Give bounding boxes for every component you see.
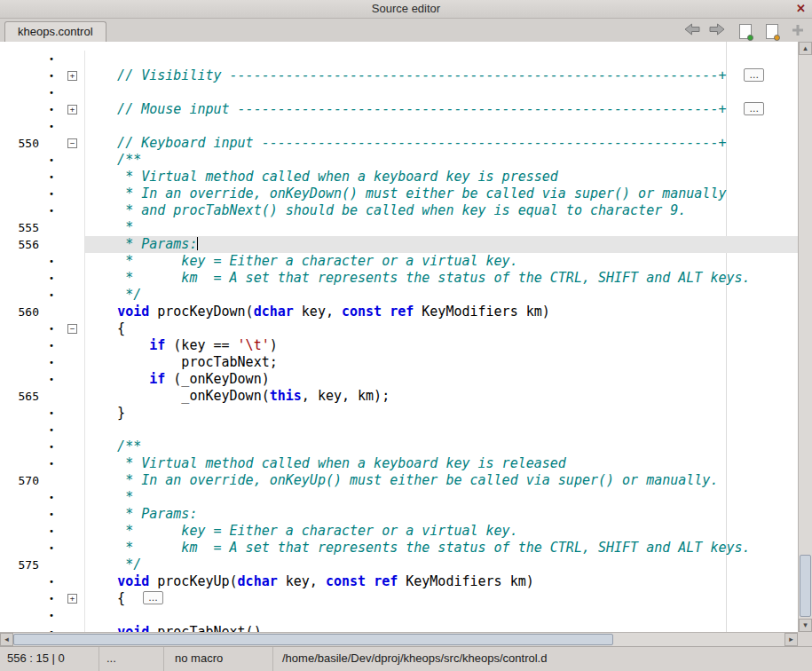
code-text: void procTabNext()	[85, 624, 798, 632]
fold-collapse-icon[interactable]: −	[67, 324, 77, 334]
code-cell[interactable]: */	[85, 287, 798, 304]
code-line: • void procTabNext()	[0, 624, 798, 632]
code-cell[interactable]: _onKeyDown(this, key, km);	[85, 388, 798, 405]
code-cell[interactable]: // Mouse input -------------------------…	[85, 101, 798, 118]
code-cell[interactable]: */	[85, 557, 798, 573]
line-number	[0, 371, 41, 388]
fold-gutter	[62, 523, 85, 540]
code-cell[interactable]: if (key == '\t')	[85, 337, 798, 354]
vertical-scrollbar[interactable]: ▴ ▾	[798, 42, 812, 632]
green-status-dot	[747, 35, 753, 41]
scroll-up-icon[interactable]: ▴	[799, 42, 812, 55]
code-cell[interactable]: procTabNext;	[85, 354, 798, 371]
line-number: 565	[0, 388, 41, 405]
code-token: procKeyDown(	[149, 304, 253, 320]
code-token: */	[85, 287, 141, 303]
folded-ellipsis[interactable]: ...	[744, 102, 764, 115]
code-line: • */	[0, 287, 798, 304]
horizontal-scrollbar[interactable]: ◂ ▸	[0, 632, 798, 646]
code-cell[interactable]: *	[85, 219, 798, 236]
line-number	[0, 590, 41, 607]
code-text: * and procTabNext() should be called whe…	[85, 202, 798, 219]
code-cell[interactable]	[85, 118, 798, 135]
code-cell[interactable]: * In an override, onKeyDown() must eithe…	[85, 186, 798, 202]
code-cell[interactable]: // Visibility --------------------------…	[85, 67, 798, 84]
close-icon[interactable]: ✕	[796, 0, 806, 18]
fold-gutter	[62, 84, 85, 101]
code-cell[interactable]	[85, 84, 798, 101]
line-number: 556	[0, 236, 41, 253]
fold-gutter: −	[62, 320, 85, 337]
fold-gutter	[62, 557, 85, 573]
code-cell[interactable]: * key = Either a character or a virtual …	[85, 523, 798, 540]
forward-arrow-icon[interactable]	[709, 23, 725, 39]
code-cell[interactable]: * In an override, onKeyUp() must either …	[85, 472, 798, 489]
code-cell[interactable]: void procKeyUp(dchar key, const ref KeyM…	[85, 573, 798, 590]
code-cell[interactable]: void procKeyDown(dchar key, const ref Ke…	[85, 304, 798, 320]
code-cell[interactable]: }	[85, 405, 798, 422]
line-dot-marker: •	[41, 371, 62, 388]
code-text: procTabNext;	[85, 354, 798, 371]
code-cell[interactable]: /**	[85, 438, 798, 455]
folded-ellipsis[interactable]: ...	[744, 68, 764, 82]
line-dot-marker: •	[41, 489, 62, 506]
code-text: _onKeyDown(this, key, km);	[85, 388, 798, 405]
code-token: * Params:	[85, 506, 197, 522]
line-dot-marker: •	[41, 540, 62, 557]
vertical-scrollbar-thumb[interactable]	[800, 555, 811, 617]
horizontal-scrollbar-thumb[interactable]	[13, 634, 613, 645]
code-token: procKeyUp(	[149, 573, 237, 589]
code-cell[interactable]: * km = A set that represents the status …	[85, 540, 798, 557]
line-number: 550	[0, 135, 41, 152]
macro-state: no macro	[164, 647, 273, 671]
document-green-dot-icon[interactable]	[739, 24, 752, 39]
code-cell[interactable]: {	[85, 320, 798, 337]
tab-label: kheops.control	[18, 25, 93, 38]
code-cell[interactable]: * Virtual method called when a keyboard …	[85, 169, 798, 186]
tab-kheops-control[interactable]: kheops.control	[4, 21, 106, 42]
line-number: 560	[0, 304, 41, 320]
back-arrow-icon[interactable]	[684, 23, 700, 39]
status-panel-2: ...	[99, 647, 164, 671]
code-cell[interactable]: * Params:	[85, 236, 798, 253]
code-cell[interactable]	[85, 607, 798, 624]
document-amber-dot-icon[interactable]	[766, 24, 778, 39]
fold-expand-icon[interactable]: +	[67, 105, 77, 114]
line-dot-marker	[41, 304, 62, 320]
code-cell[interactable]: * Virtual method called when a keyboard …	[85, 455, 798, 472]
code-cell[interactable]	[85, 51, 798, 67]
code-cell[interactable]: * Params:	[85, 506, 798, 523]
scroll-left-icon[interactable]: ◂	[0, 633, 13, 646]
fold-expand-icon[interactable]: +	[67, 594, 77, 604]
folded-ellipsis[interactable]: ...	[143, 591, 163, 604]
code-cell[interactable]: /**	[85, 152, 798, 169]
code-editor[interactable]: ••+ // Visibility ----------------------…	[0, 42, 798, 632]
line-number	[0, 506, 41, 523]
code-cell[interactable]: *	[85, 489, 798, 506]
code-cell[interactable]: * and procTabNext() should be called whe…	[85, 202, 798, 219]
code-line: •	[0, 84, 798, 101]
code-cell[interactable]: {...	[85, 590, 798, 607]
line-dot-marker: •	[41, 186, 62, 202]
line-dot-marker: •	[41, 573, 62, 590]
scroll-down-icon[interactable]: ▾	[799, 619, 812, 632]
code-cell[interactable]: * km = A set that represents the status …	[85, 270, 798, 287]
code-cell[interactable]: if (_onKeyDown)	[85, 371, 798, 388]
scroll-right-icon[interactable]: ▸	[784, 633, 798, 646]
code-text: {...	[85, 590, 798, 607]
fold-collapse-icon[interactable]: −	[67, 138, 77, 148]
code-line: •− {	[0, 320, 798, 337]
plus-icon[interactable]	[792, 23, 803, 39]
line-number	[0, 202, 41, 219]
code-cell[interactable]	[85, 422, 798, 438]
line-number	[0, 422, 41, 438]
code-cell[interactable]: void procTabNext()	[85, 624, 798, 632]
code-cell[interactable]: // Keyboard input ----------------------…	[85, 135, 798, 152]
title-bar: Source editor ✕	[0, 0, 812, 19]
caret-position: 556 : 15 | 0	[0, 647, 99, 671]
code-cell[interactable]: * key = Either a character or a virtual …	[85, 253, 798, 270]
code-line: •	[0, 422, 798, 438]
line-dot-marker: •	[41, 287, 62, 304]
line-dot-marker: •	[41, 607, 62, 624]
fold-expand-icon[interactable]: +	[67, 71, 77, 81]
